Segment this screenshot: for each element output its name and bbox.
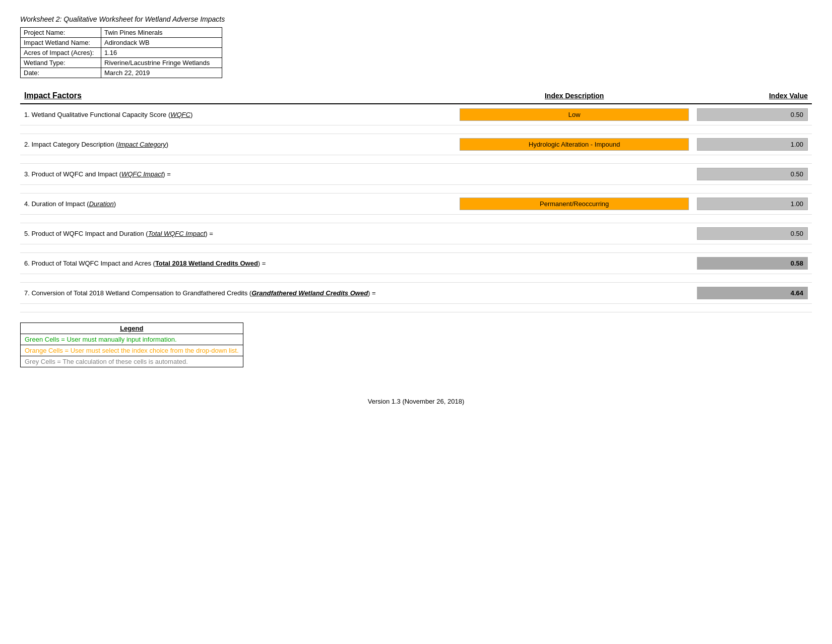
project-name-value: Twin Pines Minerals xyxy=(101,28,222,38)
impact-wetland-label: Impact Wetland Name: xyxy=(21,38,101,48)
table-row: 4. Duration of Impact (Duration) Permane… xyxy=(20,194,812,215)
desc-6 xyxy=(456,253,693,274)
footer-version: Version 1.3 (November 26, 2018) xyxy=(20,398,812,405)
desc-7 xyxy=(456,283,693,304)
factor-6: 6. Product of Total WQFC Impact and Acre… xyxy=(20,253,456,274)
acres-label: Acres of Impact (Acres): xyxy=(21,48,101,58)
desc-4[interactable]: Permanent/Reoccurring xyxy=(456,194,693,215)
value-2: 1.00 xyxy=(693,134,812,155)
index-value-header: Index Value xyxy=(693,88,812,104)
value-3: 0.50 xyxy=(693,164,812,185)
factor-1: 1. Wetland Qualitative Functional Capaci… xyxy=(20,104,456,125)
worksheet-title: Worksheet 2: Qualitative Worksheet for W… xyxy=(20,15,812,23)
date-row: Date: March 22, 2019 xyxy=(21,68,222,78)
impact-wetland-row: Impact Wetland Name: Adirondack WB xyxy=(21,38,222,48)
table-row: 1. Wetland Qualitative Functional Capaci… xyxy=(20,104,812,125)
legend-table: Legend Green Cells = User must manually … xyxy=(20,323,243,367)
value-1: 0.50 xyxy=(693,104,812,125)
legend-title-row: Legend xyxy=(21,323,243,334)
value-4: 1.00 xyxy=(693,194,812,215)
project-info-table: Project Name: Twin Pines Minerals Impact… xyxy=(20,27,222,78)
project-name-label: Project Name: xyxy=(21,28,101,38)
legend-item-2: Orange Cells = User must select the inde… xyxy=(21,345,243,356)
table-row: 2. Impact Category Description (Impact C… xyxy=(20,134,812,155)
factor-4: 4. Duration of Impact (Duration) xyxy=(20,194,456,215)
acres-row: Acres of Impact (Acres): 1.16 xyxy=(21,48,222,58)
value-6: 0.58 xyxy=(693,253,812,274)
impact-factors-header: Impact Factors xyxy=(20,88,456,104)
desc-3 xyxy=(456,164,693,185)
value-7: 4.64 xyxy=(693,283,812,304)
factor-2: 2. Impact Category Description (Impact C… xyxy=(20,134,456,155)
factor-7: 7. Conversion of Total 2018 Wetland Comp… xyxy=(20,283,456,304)
value-5: 0.50 xyxy=(693,223,812,244)
legend-item-3: Grey Cells = The calculation of these ce… xyxy=(21,356,243,367)
legend-title: Legend xyxy=(21,323,243,334)
factor-3: 3. Product of WQFC and Impact (WQFC Impa… xyxy=(20,164,456,185)
project-name-row: Project Name: Twin Pines Minerals xyxy=(21,28,222,38)
table-row: 6. Product of Total WQFC Impact and Acre… xyxy=(20,253,812,274)
impact-wetland-value: Adirondack WB xyxy=(101,38,222,48)
date-value: March 22, 2019 xyxy=(101,68,222,78)
desc-1[interactable]: Low xyxy=(456,104,693,125)
acres-value: 1.16 xyxy=(101,48,222,58)
legend-green-text: Green Cells = User must manually input i… xyxy=(21,334,243,345)
legend-orange-text: Orange Cells = User must select the inde… xyxy=(21,345,243,356)
desc-5 xyxy=(456,223,693,244)
index-description-header: Index Description xyxy=(456,88,693,104)
wetland-type-label: Wetland Type: xyxy=(21,58,101,68)
table-row: 5. Product of WQFC Impact and Duration (… xyxy=(20,223,812,244)
table-row: 7. Conversion of Total 2018 Wetland Comp… xyxy=(20,283,812,304)
date-label: Date: xyxy=(21,68,101,78)
wetland-type-value: Riverine/Lacustrine Fringe Wetlands xyxy=(101,58,222,68)
legend-grey-text: Grey Cells = The calculation of these ce… xyxy=(21,356,243,367)
table-header-row: Impact Factors Index Description Index V… xyxy=(20,88,812,104)
table-row: 3. Product of WQFC and Impact (WQFC Impa… xyxy=(20,164,812,185)
wetland-type-row: Wetland Type: Riverine/Lacustrine Fringe… xyxy=(21,58,222,68)
impact-factors-table: Impact Factors Index Description Index V… xyxy=(20,88,812,312)
factor-5: 5. Product of WQFC Impact and Duration (… xyxy=(20,223,456,244)
desc-2[interactable]: Hydrologic Alteration - Impound xyxy=(456,134,693,155)
legend-item-1: Green Cells = User must manually input i… xyxy=(21,334,243,345)
